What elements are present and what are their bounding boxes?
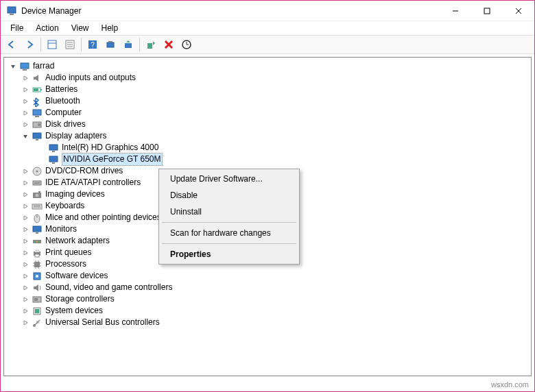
display-icon xyxy=(48,154,59,165)
collapse-icon[interactable] xyxy=(21,132,30,141)
context-menu-item[interactable]: Uninstall xyxy=(160,204,298,220)
tree-category[interactable]: Sound, video and game controllers xyxy=(4,282,531,293)
expand-icon[interactable] xyxy=(21,260,30,269)
svg-rect-33 xyxy=(52,151,55,152)
expand-icon[interactable] xyxy=(21,295,30,304)
uninstall-button[interactable] xyxy=(160,36,177,53)
context-menu-item[interactable]: Properties xyxy=(160,246,298,262)
expand-icon[interactable] xyxy=(21,306,30,316)
tree-root[interactable]: farrad xyxy=(4,60,531,72)
menu-action[interactable]: Action xyxy=(30,22,64,34)
svg-rect-49 xyxy=(36,232,38,234)
audio-icon xyxy=(32,73,43,84)
tree-category-label: Software devices xyxy=(45,270,108,282)
maximize-button[interactable] xyxy=(471,1,503,21)
toolbar-separator xyxy=(40,38,41,51)
svg-rect-35 xyxy=(52,162,55,164)
expand-icon[interactable] xyxy=(21,225,30,234)
expand-icon[interactable] xyxy=(21,318,30,328)
tree-category[interactable]: Computer xyxy=(4,107,531,119)
expand-icon[interactable] xyxy=(21,248,30,258)
scan-hardware-button[interactable] xyxy=(178,36,195,53)
tree-category[interactable]: Display adapters xyxy=(4,130,531,142)
system-icon xyxy=(32,306,43,317)
svg-rect-21 xyxy=(21,63,29,69)
svg-rect-3 xyxy=(484,8,490,14)
svg-rect-48 xyxy=(33,226,41,232)
menubar: File Action View Help xyxy=(1,21,534,35)
svg-point-67 xyxy=(36,275,38,278)
expand-icon[interactable] xyxy=(21,85,30,95)
expand-icon[interactable] xyxy=(21,120,30,130)
svg-point-29 xyxy=(38,123,40,126)
back-button[interactable] xyxy=(3,36,20,53)
tree-category[interactable]: System devices xyxy=(4,305,531,317)
svg-rect-30 xyxy=(33,133,41,138)
tree-category[interactable]: Disk drives xyxy=(4,119,531,130)
enable-button[interactable] xyxy=(143,36,159,53)
svg-rect-14 xyxy=(107,42,114,47)
tree-device-label: NVIDIA GeForce GT 650M xyxy=(62,153,163,166)
svg-point-37 xyxy=(36,170,38,172)
svg-rect-69 xyxy=(34,298,38,301)
app-icon xyxy=(6,5,17,16)
tree-category[interactable]: Universal Serial Bus controllers xyxy=(4,317,531,328)
svg-rect-17 xyxy=(147,43,152,49)
help-button[interactable]: ? xyxy=(84,36,101,53)
tree-category[interactable]: Batteries xyxy=(4,84,531,95)
menu-file[interactable]: File xyxy=(5,22,29,34)
context-menu-item[interactable]: Scan for hardware changes xyxy=(160,225,298,241)
expand-icon[interactable] xyxy=(21,108,30,118)
properties-button[interactable] xyxy=(62,36,78,53)
svg-rect-31 xyxy=(36,139,38,140)
svg-rect-1 xyxy=(10,14,14,15)
context-menu-item[interactable]: Update Driver Software... xyxy=(160,171,298,187)
disk-icon xyxy=(32,119,43,130)
tree-device[interactable]: Intel(R) HD Graphics 4000 xyxy=(4,142,531,154)
menu-help[interactable]: Help xyxy=(96,22,124,34)
tree-category-label: IDE ATA/ATAPI controllers xyxy=(45,177,141,188)
expand-icon[interactable] xyxy=(21,271,30,281)
expand-icon[interactable] xyxy=(21,73,30,83)
context-menu-separator xyxy=(162,222,296,223)
tree-category-label: Audio inputs and outputs xyxy=(45,72,136,84)
svg-rect-22 xyxy=(23,69,27,71)
scan-button[interactable] xyxy=(102,36,119,53)
show-hide-tree-button[interactable] xyxy=(44,36,60,53)
svg-rect-56 xyxy=(35,254,39,257)
keyboard-icon xyxy=(32,201,43,212)
expand-icon[interactable] xyxy=(21,201,30,211)
expand-icon[interactable] xyxy=(21,167,30,176)
context-menu-item[interactable]: Disable xyxy=(160,187,298,204)
tree-category-label: Sound, video and game controllers xyxy=(45,282,172,293)
network-icon xyxy=(32,236,43,247)
tree-device[interactable]: NVIDIA GeForce GT 650M xyxy=(4,154,531,165)
tree-category[interactable]: Software devices xyxy=(4,270,531,282)
tree-category-label: Mice and other pointing devices xyxy=(45,212,161,223)
svg-rect-34 xyxy=(49,156,58,162)
tree-root-label: farrad xyxy=(33,60,54,72)
expand-icon[interactable] xyxy=(21,283,30,293)
tree-category-label: Storage controllers xyxy=(45,293,115,305)
expand-icon[interactable] xyxy=(21,178,30,188)
display-icon xyxy=(32,131,43,142)
sound-icon xyxy=(32,282,43,293)
update-driver-button[interactable] xyxy=(120,36,136,53)
tree-category[interactable]: Storage controllers xyxy=(4,293,531,305)
forward-button[interactable] xyxy=(21,36,38,53)
menu-view[interactable]: View xyxy=(66,22,95,34)
expand-icon[interactable] xyxy=(21,97,30,106)
expand-icon[interactable] xyxy=(21,213,30,223)
close-button[interactable] xyxy=(503,1,534,21)
svg-rect-0 xyxy=(8,7,16,13)
tree-category[interactable]: Audio inputs and outputs xyxy=(4,72,531,84)
expand-icon[interactable] xyxy=(21,190,30,199)
minimize-button[interactable] xyxy=(440,1,471,21)
spacer xyxy=(37,155,47,164)
computer-icon xyxy=(19,61,30,72)
collapse-icon[interactable] xyxy=(8,62,18,71)
software-icon xyxy=(32,271,43,282)
expand-icon[interactable] xyxy=(21,236,30,246)
tree-category[interactable]: Bluetooth xyxy=(4,95,531,107)
svg-point-52 xyxy=(36,241,38,242)
